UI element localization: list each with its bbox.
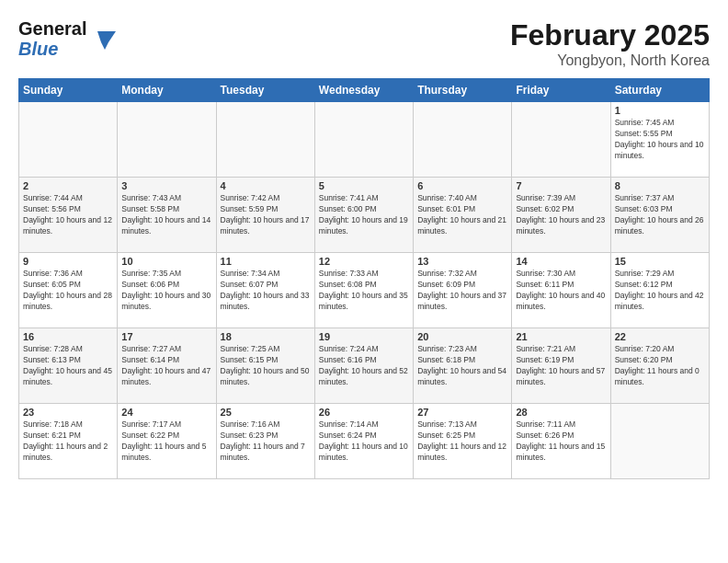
- day-info: Sunrise: 7:11 AM Sunset: 6:26 PM Dayligh…: [516, 419, 606, 464]
- table-row: [118, 102, 216, 178]
- table-row: 14Sunrise: 7:30 AM Sunset: 6:11 PM Dayli…: [512, 253, 610, 328]
- table-row: 24Sunrise: 7:17 AM Sunset: 6:22 PM Dayli…: [118, 404, 216, 479]
- day-info: Sunrise: 7:35 AM Sunset: 6:06 PM Dayligh…: [121, 269, 211, 313]
- day-number: 28: [516, 407, 606, 418]
- day-info: Sunrise: 7:13 AM Sunset: 6:25 PM Dayligh…: [417, 419, 507, 464]
- table-row: 20Sunrise: 7:23 AM Sunset: 6:18 PM Dayli…: [414, 328, 512, 404]
- calendar-week-row: 9Sunrise: 7:36 AM Sunset: 6:05 PM Daylig…: [19, 253, 710, 328]
- day-number: 10: [121, 256, 211, 267]
- table-row: 21Sunrise: 7:21 AM Sunset: 6:19 PM Dayli…: [512, 328, 610, 404]
- day-info: Sunrise: 7:42 AM Sunset: 5:59 PM Dayligh…: [221, 193, 311, 237]
- day-info: Sunrise: 7:17 AM Sunset: 6:22 PM Dayligh…: [121, 419, 211, 464]
- day-info: Sunrise: 7:21 AM Sunset: 6:19 PM Dayligh…: [516, 344, 606, 388]
- day-info: Sunrise: 7:33 AM Sunset: 6:08 PM Dayligh…: [319, 269, 409, 313]
- day-info: Sunrise: 7:27 AM Sunset: 6:14 PM Dayligh…: [121, 344, 211, 388]
- table-row: [414, 102, 512, 178]
- day-number: 26: [319, 407, 409, 418]
- table-row: 28Sunrise: 7:11 AM Sunset: 6:26 PM Dayli…: [512, 404, 610, 479]
- day-number: 5: [319, 180, 409, 191]
- day-number: 22: [615, 331, 705, 342]
- day-info: Sunrise: 7:39 AM Sunset: 6:02 PM Dayligh…: [516, 193, 606, 237]
- day-number: 11: [221, 256, 311, 267]
- table-row: 4Sunrise: 7:42 AM Sunset: 5:59 PM Daylig…: [216, 178, 314, 253]
- col-monday: Monday: [118, 79, 216, 102]
- day-number: 8: [615, 180, 705, 191]
- col-sunday: Sunday: [19, 79, 118, 102]
- title-block: February 2025 Yongbyon, North Korea: [510, 18, 710, 69]
- col-wednesday: Wednesday: [314, 79, 413, 102]
- logo-blue: Blue: [18, 39, 58, 59]
- table-row: [216, 102, 314, 178]
- table-row: 10Sunrise: 7:35 AM Sunset: 6:06 PM Dayli…: [118, 253, 216, 328]
- col-tuesday: Tuesday: [216, 79, 314, 102]
- day-number: 27: [417, 407, 507, 418]
- table-row: 8Sunrise: 7:37 AM Sunset: 6:03 PM Daylig…: [610, 178, 709, 253]
- logo-general: General: [18, 18, 86, 39]
- day-info: Sunrise: 7:37 AM Sunset: 6:03 PM Dayligh…: [615, 193, 705, 237]
- day-info: Sunrise: 7:41 AM Sunset: 6:00 PM Dayligh…: [319, 193, 409, 237]
- day-info: Sunrise: 7:36 AM Sunset: 6:05 PM Dayligh…: [23, 269, 113, 313]
- day-info: Sunrise: 7:28 AM Sunset: 6:13 PM Dayligh…: [23, 344, 113, 388]
- location: Yongbyon, North Korea: [510, 52, 710, 69]
- day-number: 19: [319, 331, 409, 342]
- table-row: 26Sunrise: 7:14 AM Sunset: 6:24 PM Dayli…: [314, 404, 413, 479]
- day-number: 15: [615, 256, 705, 267]
- table-row: 17Sunrise: 7:27 AM Sunset: 6:14 PM Dayli…: [118, 328, 216, 404]
- day-info: Sunrise: 7:24 AM Sunset: 6:16 PM Dayligh…: [319, 344, 409, 388]
- day-info: Sunrise: 7:29 AM Sunset: 6:12 PM Dayligh…: [615, 269, 705, 313]
- table-row: 19Sunrise: 7:24 AM Sunset: 6:16 PM Dayli…: [314, 328, 413, 404]
- table-row: 15Sunrise: 7:29 AM Sunset: 6:12 PM Dayli…: [610, 253, 709, 328]
- day-info: Sunrise: 7:32 AM Sunset: 6:09 PM Dayligh…: [417, 269, 507, 313]
- table-row: [19, 102, 118, 178]
- svg-marker-0: [97, 31, 116, 42]
- table-row: 7Sunrise: 7:39 AM Sunset: 6:02 PM Daylig…: [512, 178, 610, 253]
- logo-icon: [90, 24, 119, 53]
- day-number: 24: [121, 407, 211, 418]
- day-number: 12: [319, 256, 409, 267]
- table-row: 13Sunrise: 7:32 AM Sunset: 6:09 PM Dayli…: [414, 253, 512, 328]
- table-row: 2Sunrise: 7:44 AM Sunset: 5:56 PM Daylig…: [19, 178, 118, 253]
- day-number: 9: [23, 256, 113, 267]
- table-row: 5Sunrise: 7:41 AM Sunset: 6:00 PM Daylig…: [314, 178, 413, 253]
- calendar-week-row: 1Sunrise: 7:45 AM Sunset: 5:55 PM Daylig…: [19, 102, 710, 178]
- col-saturday: Saturday: [610, 79, 709, 102]
- day-number: 3: [121, 180, 211, 191]
- day-number: 6: [417, 180, 507, 191]
- day-info: Sunrise: 7:30 AM Sunset: 6:11 PM Dayligh…: [516, 269, 606, 313]
- day-number: 4: [221, 180, 311, 191]
- day-number: 13: [417, 256, 507, 267]
- day-number: 21: [516, 331, 606, 342]
- table-row: 6Sunrise: 7:40 AM Sunset: 6:01 PM Daylig…: [414, 178, 512, 253]
- day-info: Sunrise: 7:44 AM Sunset: 5:56 PM Dayligh…: [23, 193, 113, 237]
- svg-marker-1: [101, 42, 108, 50]
- table-row: 27Sunrise: 7:13 AM Sunset: 6:25 PM Dayli…: [414, 404, 512, 479]
- day-number: 14: [516, 256, 606, 267]
- day-number: 25: [221, 407, 311, 418]
- table-row: 1Sunrise: 7:45 AM Sunset: 5:55 PM Daylig…: [610, 102, 709, 178]
- calendar-week-row: 23Sunrise: 7:18 AM Sunset: 6:21 PM Dayli…: [19, 404, 710, 479]
- calendar-week-row: 2Sunrise: 7:44 AM Sunset: 5:56 PM Daylig…: [19, 178, 710, 253]
- table-row: 11Sunrise: 7:34 AM Sunset: 6:07 PM Dayli…: [216, 253, 314, 328]
- month-year: February 2025: [510, 18, 710, 52]
- day-info: Sunrise: 7:18 AM Sunset: 6:21 PM Dayligh…: [23, 419, 113, 464]
- day-info: Sunrise: 7:20 AM Sunset: 6:20 PM Dayligh…: [615, 344, 705, 388]
- day-number: 20: [417, 331, 507, 342]
- day-number: 1: [615, 105, 705, 116]
- col-friday: Friday: [512, 79, 610, 102]
- calendar-table: Sunday Monday Tuesday Wednesday Thursday…: [18, 78, 710, 479]
- day-info: Sunrise: 7:25 AM Sunset: 6:15 PM Dayligh…: [221, 344, 311, 388]
- table-row: 12Sunrise: 7:33 AM Sunset: 6:08 PM Dayli…: [314, 253, 413, 328]
- col-thursday: Thursday: [414, 79, 512, 102]
- day-number: 16: [23, 331, 113, 342]
- table-row: 23Sunrise: 7:18 AM Sunset: 6:21 PM Dayli…: [19, 404, 118, 479]
- logo: General Blue: [18, 18, 119, 59]
- day-info: Sunrise: 7:14 AM Sunset: 6:24 PM Dayligh…: [319, 419, 409, 464]
- day-info: Sunrise: 7:40 AM Sunset: 6:01 PM Dayligh…: [417, 193, 507, 237]
- day-number: 17: [121, 331, 211, 342]
- page-header: General Blue February 2025 Yongbyon, Nor…: [18, 18, 710, 69]
- table-row: [512, 102, 610, 178]
- day-number: 18: [221, 331, 311, 342]
- day-number: 23: [23, 407, 113, 418]
- table-row: 18Sunrise: 7:25 AM Sunset: 6:15 PM Dayli…: [216, 328, 314, 404]
- day-info: Sunrise: 7:34 AM Sunset: 6:07 PM Dayligh…: [221, 269, 311, 313]
